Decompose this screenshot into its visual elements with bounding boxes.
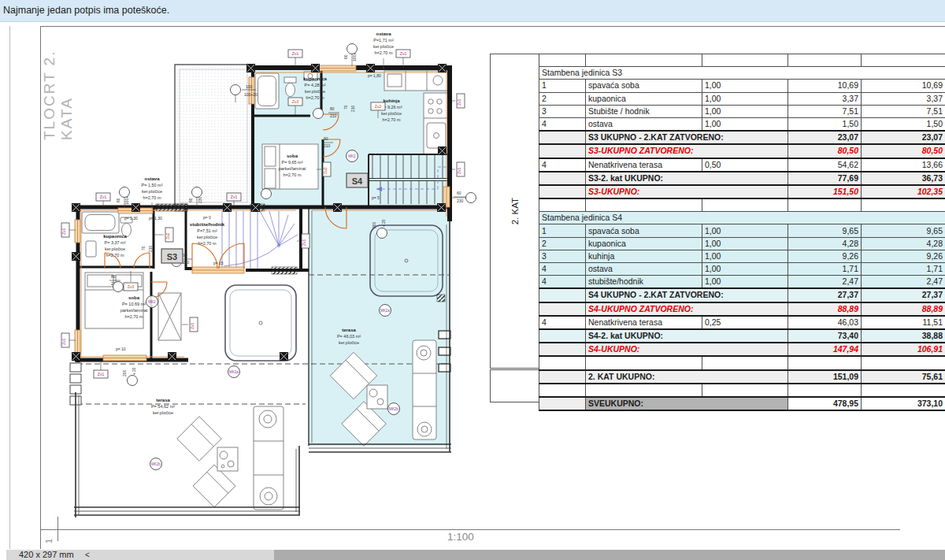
dim-label: 210 — [324, 143, 331, 148]
table-cell — [539, 384, 586, 397]
table-cell — [862, 198, 945, 212]
area-value: 10,69 — [788, 80, 862, 92]
coefficient: 1,00 — [702, 276, 788, 289]
dim-label: 230 — [457, 198, 464, 203]
level-label: p= 10 — [116, 347, 126, 351]
table-cell — [586, 384, 702, 397]
table-cell — [788, 356, 862, 369]
level-label: p= 5 — [372, 195, 380, 200]
total-value: 88,89 — [788, 302, 862, 316]
wall-type-label: Zv1 — [457, 98, 461, 106]
total-value: 106,91 — [862, 343, 945, 356]
wall-type-label: Zv1 — [98, 372, 105, 376]
wall-type-label: Zv1 — [400, 51, 407, 56]
table-row — [539, 54, 945, 67]
table-cell — [539, 198, 586, 212]
coefficient: 0,50 — [702, 158, 788, 172]
table-cell — [862, 356, 945, 369]
wall-type-label: Zu2 — [375, 104, 382, 109]
dim-label: 80 — [330, 106, 335, 111]
room-label: h=2,70 m — [106, 253, 124, 258]
room-label: soba — [287, 154, 298, 158]
room-label: ker.pločice — [105, 247, 125, 251]
total-value: 147,94 — [788, 343, 862, 356]
pdf-viewer: Najmanje jedan potpis ima poteškoće. TLO… — [0, 0, 945, 560]
area-value: 1,71 — [862, 263, 945, 276]
wall-type-label: Zv1 — [292, 51, 299, 56]
dim-label: 100+20 — [244, 92, 258, 97]
row-number: 2 — [539, 237, 586, 250]
signature-warning-bar: Najmanje jedan potpis ima poteškoće. — [0, 0, 945, 22]
coefficient: 1,00 — [702, 105, 788, 117]
room-name: ostava — [586, 117, 702, 131]
row-number — [539, 131, 586, 144]
table-row: 3kuhinja1,009,269,26 — [539, 250, 945, 262]
coefficient: 1,00 — [702, 237, 788, 250]
room-label: ostava — [376, 32, 391, 36]
stairs-s3 — [222, 211, 298, 269]
wall-type-label: Zv1 — [190, 322, 195, 329]
area-value: 7,51 — [788, 105, 862, 117]
room-label: h=2,70 m — [306, 95, 324, 100]
room-label: ker.pločice — [142, 189, 162, 194]
room-label: h=2,70 m — [382, 117, 401, 122]
sheet-frame-top — [40, 26, 945, 27]
total-value: 38,88 — [862, 329, 945, 343]
room-label: P= 9,65 m² — [281, 160, 302, 165]
wall-type-label: Zu3 — [292, 99, 299, 104]
scroll-left-icon[interactable]: < — [85, 550, 90, 560]
dim-label: 210 — [350, 105, 355, 112]
total-label: S3 UKUPNO - 2.KAT ZATVORENO: — [586, 131, 788, 144]
wall-type-label: Zv1 — [100, 195, 107, 199]
dim-label: 100 — [246, 84, 253, 89]
table-row: 3Stubište / hodnik1,007,517,51 — [539, 105, 945, 117]
room-label: stubište/hodnik — [190, 222, 225, 227]
row-number: 4 — [539, 316, 586, 329]
room-label: P= 1,50 m² — [141, 183, 162, 187]
room-label: ker.pločice — [305, 89, 325, 94]
total-value: 36,73 — [862, 172, 945, 185]
room-label: ker.pločice — [381, 111, 402, 116]
table-row: 4ostava1,001,501,50 — [539, 117, 945, 131]
wall-type-label: Zu3 — [323, 167, 328, 174]
table-row: 2. KAT UKUPNO:151,0975,61 — [539, 370, 945, 384]
row-number: 2 — [539, 92, 586, 105]
area-value: 46,03 — [788, 316, 862, 329]
area-value: 1,71 — [788, 263, 862, 276]
total-value: 373,10 — [862, 397, 945, 410]
total-value: 23,07 — [862, 131, 945, 144]
dim-label: 90 — [324, 136, 328, 141]
dim-label: 70 — [343, 105, 348, 109]
room-label: ker.pločice — [197, 235, 217, 239]
table-cell — [586, 198, 702, 212]
table-cell — [586, 54, 702, 67]
table-row: S3-UKUPNO:151,50102,35 — [539, 185, 945, 198]
wall-type-label: Zv1 — [457, 167, 461, 174]
dim-balloon — [261, 189, 272, 199]
dim-balloon — [347, 44, 358, 54]
wall-type-label: Zv1 — [61, 228, 66, 235]
row-number — [539, 329, 586, 343]
wall-type-label: Zv1 — [61, 338, 66, 345]
room-label: P= 10,69 m² — [122, 302, 146, 306]
room-label: parket/laminat — [279, 166, 306, 171]
area-value: 4,28 — [862, 237, 945, 250]
mk-marker-label: MK2 — [348, 154, 356, 158]
mk-marker-label: MK2b — [389, 407, 398, 411]
table-row: 4Nenatkrivena terasa0,5054,6213,66 — [539, 158, 945, 172]
horizontal-scrollbar-thumb[interactable] — [274, 550, 945, 560]
parapet-vents — [439, 331, 450, 372]
area-value: 3,37 — [862, 92, 945, 105]
unit-label: S3 — [167, 252, 177, 261]
room-name: ostava — [586, 263, 702, 276]
table-floor-column-empty — [490, 369, 539, 402]
coefficient: 1,00 — [702, 80, 788, 92]
wall-type-label: Zv1 — [231, 195, 238, 199]
row-number: 4 — [539, 263, 586, 276]
area-value: 7,51 — [862, 105, 945, 117]
room-label: h=2,70 m — [143, 195, 161, 200]
total-label: S4-UKUPNO: — [586, 343, 788, 356]
section-title: Stambena jedinica S4 — [539, 212, 945, 224]
row-number — [539, 302, 586, 316]
dim-label: 90 — [183, 253, 187, 258]
